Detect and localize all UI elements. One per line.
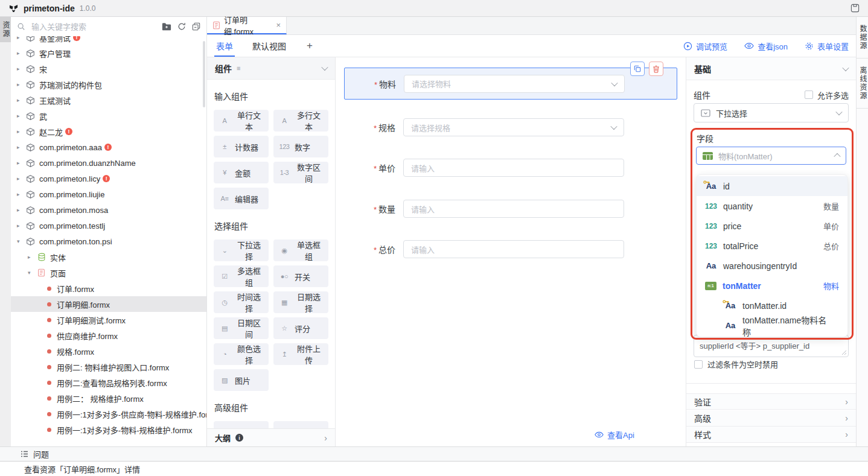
component-button[interactable]: 1-3 数字区间	[273, 162, 328, 183]
filter-condition-input[interactable]: supplierId <等于> p_supplier_id	[694, 335, 849, 357]
component-button[interactable]: ☑ 多选框组	[214, 265, 269, 287]
component-button[interactable]: ↥ 附件上传	[273, 343, 328, 365]
chevron-icon[interactable]	[17, 81, 25, 87]
tab-form[interactable]: 表单	[214, 35, 235, 57]
explorer-scrollbar[interactable]	[203, 41, 205, 107]
multi-select-option[interactable]: 允许多选	[805, 89, 849, 101]
tree-item[interactable]: com.primeton.mosa !	[11, 202, 206, 218]
field-dropdown-item[interactable]: warehousingentryId	[697, 256, 847, 276]
component-type-select[interactable]: 下拉选择	[694, 103, 849, 122]
tree-item[interactable]: 赵二龙 !	[11, 124, 206, 139]
component-button[interactable]: ▨ 图片	[214, 369, 269, 391]
editor-tab[interactable]: 订单明细.formx ×	[207, 17, 287, 34]
tree-item[interactable]: 用例一:1对多对多-物料-规格维护.formx !	[11, 422, 206, 437]
component-button[interactable]: ▦ 日期选择	[273, 291, 328, 313]
field-control[interactable]: 请选择物料	[404, 75, 625, 93]
chevron-icon[interactable]	[17, 223, 25, 229]
delete-button[interactable]	[649, 62, 663, 76]
problems-bar[interactable]: 问题	[0, 446, 868, 461]
save-layout-icon[interactable]	[850, 4, 860, 13]
tree-item[interactable]: com.primeton.ton.psi !	[11, 233, 206, 249]
tree-item[interactable]: 客户管理 !	[11, 45, 206, 61]
field-dropdown-item[interactable]: id	[697, 176, 847, 196]
tree-item[interactable]: 实体 !	[11, 249, 206, 265]
components-panel-header[interactable]: 组件 ≡	[207, 57, 335, 80]
field-dropdown-item[interactable]: quantity 数量	[697, 196, 847, 216]
form-field-row[interactable]: 物料 请选择物料	[344, 68, 677, 100]
chevron-icon[interactable]	[17, 191, 25, 197]
component-button[interactable]: ◉ 单选框组	[273, 240, 328, 261]
tree-item[interactable]: 武 !	[11, 108, 206, 124]
chevron-icon[interactable]	[17, 144, 25, 150]
field-control[interactable]: 请输入	[403, 159, 624, 177]
component-button[interactable]: ▤ 日期区间	[214, 317, 269, 339]
close-icon[interactable]: ×	[276, 21, 281, 29]
component-button[interactable]: ⌄ 下拉选择	[214, 240, 269, 261]
copy-button[interactable]	[630, 62, 645, 76]
field-control[interactable]: 请输入	[403, 240, 624, 258]
tree-item[interactable]: 用例二:查看物品规格列表.formx !	[11, 375, 206, 390]
field-dropdown-item[interactable]: price 单价	[697, 216, 847, 236]
component-button[interactable]: A 单行文本	[214, 110, 269, 132]
field-dropdown-item[interactable]: totalPrice 总价	[697, 236, 847, 256]
tree-item[interactable]: com.primeton.liujie !	[11, 186, 206, 202]
collapse-all-icon[interactable]	[192, 22, 200, 31]
form-settings-button[interactable]: 表单设置	[805, 40, 849, 52]
tree-item[interactable]: 王斌测试 !	[11, 92, 206, 108]
tree-item[interactable]: com.primeton.licy !	[11, 171, 206, 186]
field-control[interactable]: 请选择规格	[403, 118, 624, 136]
form-field-row[interactable]: 数量 请输入	[344, 200, 677, 218]
component-button[interactable]: A≡ 编辑器	[214, 188, 269, 209]
tree-item[interactable]: 规格.formx !	[11, 343, 206, 359]
form-field-row[interactable]: 规格 请选择规格	[344, 118, 677, 136]
add-view-button[interactable]: +	[305, 35, 314, 57]
tab-resources[interactable]: 资源	[0, 17, 11, 42]
component-button[interactable]: ◔ 颜色选择	[214, 343, 269, 365]
chevron-icon[interactable]	[17, 129, 25, 135]
component-button[interactable]: ☆ 评分	[273, 317, 328, 339]
multi-select-checkbox[interactable]	[805, 90, 813, 99]
new-folder-icon[interactable]	[162, 22, 171, 31]
form-field-row[interactable]: 单价 请输入	[344, 159, 677, 177]
outline-bar[interactable]: 大纲 i ›	[207, 428, 335, 446]
collapsed-section-row[interactable]: 高级 ›	[686, 410, 856, 427]
component-button[interactable]: ●○ 开关	[273, 265, 328, 287]
filter-disable-checkbox[interactable]	[694, 360, 703, 369]
tree-item[interactable]: 供应商维护.formx !	[11, 328, 206, 343]
collapsed-section-row[interactable]: 样式 ›	[686, 427, 856, 443]
filter-disable-option[interactable]: 过滤条件为空时禁用	[694, 358, 778, 370]
collapsed-section-row[interactable]: 验证 ›	[686, 393, 856, 410]
tree-item[interactable]: com.primeton.duanzhName !	[11, 155, 206, 171]
view-json-button[interactable]: 查看json	[744, 40, 788, 52]
component-button[interactable]: 123 数字	[273, 136, 328, 157]
tab-offline-resources[interactable]: 离线资源	[857, 59, 868, 109]
debug-preview-button[interactable]: 调试预览	[683, 40, 727, 52]
tree-item[interactable]: 订单明细.formx !	[11, 296, 206, 312]
chevron-icon[interactable]	[17, 176, 25, 182]
refresh-icon[interactable]	[177, 22, 186, 31]
tree-item[interactable]: 订单明细测试.formx !	[11, 312, 206, 328]
tree-item[interactable]: 用例一:1对多对多-供应商-物料-规格维护.formx !	[11, 406, 206, 422]
chevron-icon[interactable]	[17, 97, 25, 103]
tree-item[interactable]: 苏瑞测试的构件包 !	[11, 77, 206, 92]
component-button[interactable]	[214, 421, 269, 428]
section-basic-header[interactable]: 基础	[686, 57, 856, 80]
field-dropdown-item[interactable]: tonMatter 物料	[697, 276, 847, 296]
tree-item[interactable]: 订单.formx !	[11, 281, 206, 296]
tree-item[interactable]: 用例二: 物料维护视图入口.formx !	[11, 359, 206, 375]
tree-item[interactable]: 页面 !	[11, 265, 206, 281]
tab-datasource[interactable]: 数据源	[857, 17, 868, 59]
chevron-icon[interactable]	[17, 207, 25, 213]
tree-item[interactable]: com.primeton.aaa !	[11, 139, 206, 155]
chevron-icon[interactable]	[17, 238, 25, 244]
tree-item[interactable]: 宋 !	[11, 61, 206, 77]
component-button[interactable]: ¥ 金额	[214, 162, 269, 183]
view-api-link[interactable]: 查看Api	[595, 429, 634, 440]
form-field-row[interactable]: 总价 请输入	[344, 240, 677, 258]
field-dropdown-item[interactable]: tonMatter.name物料名称	[697, 316, 847, 335]
chevron-icon[interactable]	[17, 113, 25, 119]
tab-default-view[interactable]: 默认视图	[251, 35, 288, 57]
chevron-icon[interactable]	[17, 50, 25, 56]
tree-item[interactable]: 用例二： 规格维护.formx !	[11, 390, 206, 406]
chevron-icon[interactable]	[28, 270, 36, 276]
